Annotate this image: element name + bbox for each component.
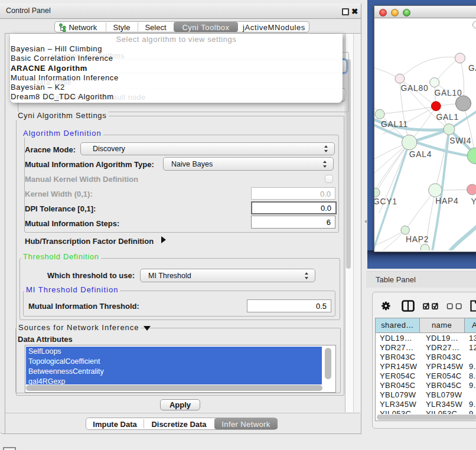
svg-text:GAL10: GAL10 [435, 89, 462, 97]
svg-text:YJL219W: YJL219W [471, 197, 476, 206]
svg-text:HAP4: HAP4 [435, 197, 458, 206]
svg-text:GCY1: GCY1 [374, 197, 397, 206]
svg-text:SWI4: SWI4 [449, 136, 471, 145]
svg-text:GAL2: GAL2 [468, 64, 476, 73]
svg-text:GAL4: GAL4 [409, 150, 432, 159]
svg-text:HAP2: HAP2 [406, 235, 429, 244]
svg-text:GAL11: GAL11 [381, 120, 408, 129]
svg-text:GAL80: GAL80 [401, 84, 429, 93]
svg-text:GAL1: GAL1 [436, 113, 458, 122]
